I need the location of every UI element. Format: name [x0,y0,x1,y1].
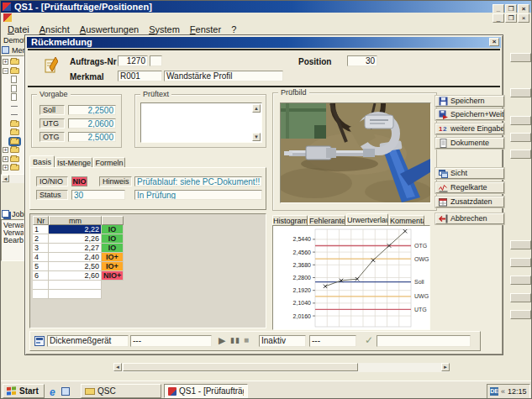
tree-expander-icon[interactable]: + [3,165,8,171]
keyboard-layout-indicator[interactable]: DE [490,387,498,396]
weitere-eingaben-button[interactable]: 12weitere Eingaben [435,123,504,134]
background-button[interactable] [510,240,531,249]
tree-expander-icon[interactable]: + [3,147,8,153]
mdi-hscrollbar[interactable]: ◄ ► [113,363,450,372]
play-icon[interactable]: ▶ [219,335,225,346]
mdi-restore-icon[interactable]: ❒ [505,13,517,23]
tab-urwertverlauf[interactable]: Urwertverlauf [346,213,388,225]
tab-formeln[interactable]: Formeln [93,157,125,167]
tree-node[interactable]: + [2,164,24,172]
status-code-field[interactable]: 30 [71,190,125,200]
scroll-left-icon[interactable]: ◄ [2,175,9,182]
tree-node[interactable] [2,76,24,84]
scroll-down-icon[interactable]: ▼ [252,133,261,141]
job-list-item[interactable]: Bearbeit [3,237,24,244]
dokumente-button[interactable]: Dokumente [435,138,504,149]
background-button[interactable] [510,293,531,302]
jobs-list[interactable]: VerwalteVerwalteBearbeit [1,219,24,261]
tree-node[interactable] [2,120,24,129]
scroll-thumb[interactable] [123,363,358,371]
menu-item-system[interactable]: System [144,24,185,35]
jobs-panel-header[interactable]: Joblis [1,209,24,219]
menu-item-fenster[interactable]: Fenster [185,24,226,35]
mdi-minimize-icon[interactable]: _ [492,13,504,23]
task-button[interactable]: QS1 - [Prüfaufträge/P... [164,384,248,398]
position-field[interactable]: 30 [347,55,377,66]
job-list-item[interactable]: Verwalte [3,229,24,237]
tree-node[interactable] [2,102,24,111]
tree-node[interactable]: + [2,146,24,155]
start-button[interactable]: Start [3,384,45,398]
tree-expander-icon[interactable]: + [3,59,8,65]
mdi-child-icon[interactable] [3,13,12,22]
window-titlebar[interactable]: QS1 - [Prüfaufträge/Positionen] _❒× [1,1,531,13]
job-list-item[interactable]: Verwalte [3,222,24,229]
stop-icon[interactable]: ■ [244,335,249,344]
dialog-close-icon[interactable]: × [489,38,499,46]
hinweis-field[interactable]: Prüfablauf: siehe PC-Dokument!! [134,176,262,186]
tree-expander-icon[interactable]: − [3,68,8,74]
background-button[interactable] [510,116,531,125]
tab-fehleranteil[interactable]: Fehleranteil [308,215,345,225]
measure-value-cell[interactable] [49,281,102,290]
speichern-weiter-button[interactable]: Speichern+Weiter [435,109,504,120]
regelkarte-button[interactable]: Regelkarte [435,182,504,193]
merkmal-code-field[interactable]: R001 [118,71,162,81]
close-icon[interactable]: × [518,4,529,13]
scroll-up-icon[interactable]: ▲ [252,104,261,113]
company-toolbar[interactable]: Demof [1,35,24,45]
minimize-icon[interactable]: _ [492,4,504,13]
tree-node[interactable] [2,138,24,146]
tree-node[interactable] [2,129,24,137]
pause-icon[interactable]: ▮▮ [230,336,240,344]
measure-value-cell[interactable]: 2,50 [49,262,102,271]
menu-item-datei[interactable]: Datei [3,24,34,35]
tab-istmenge[interactable]: Ist-Menge [55,157,92,167]
tree-hscrollbar[interactable]: ◄ [1,175,24,183]
measure-value-cell[interactable]: 2,60 [49,271,102,281]
menu-item-auswertungen[interactable]: Auswertungen [75,24,144,35]
restore-icon[interactable]: ❒ [505,4,517,13]
background-button[interactable] [510,150,531,159]
background-button[interactable] [510,258,531,267]
status-text-field[interactable]: In Prüfung [134,190,262,200]
menu-item-ansicht[interactable]: Ansicht [34,24,75,35]
prueftext-textarea[interactable]: ▲ ▼ [140,102,262,143]
tree-node[interactable]: − [2,67,24,76]
tree-node[interactable] [2,85,24,93]
task-button[interactable]: QSC [81,384,161,398]
auftrag-sub-field[interactable] [150,55,162,66]
tree-node[interactable]: + [2,58,24,66]
mdi-close-icon[interactable]: × [518,13,529,23]
background-button[interactable] [510,276,531,285]
tree-node[interactable]: + [2,155,24,164]
background-button[interactable] [510,53,531,62]
sicht-button[interactable]: Sicht [435,168,504,179]
zusatzdaten-button[interactable]: Zusatzdaten [435,197,504,207]
merkmal-text-field[interactable]: Wandstärke Profil [164,71,283,81]
tree-expander-icon[interactable]: + [3,156,8,162]
quicklaunch-icon[interactable] [61,387,70,396]
tab-histogramm[interactable]: Histogramm [272,215,308,225]
background-button[interactable] [510,133,531,142]
measure-value-cell[interactable]: 2,40 [49,253,102,262]
scroll-left-icon[interactable]: ◄ [113,363,122,371]
menu-panel-header[interactable]: Meni [1,45,24,55]
tab-kommentar[interactable]: Kommentar [389,215,424,225]
dialog-titlebar[interactable]: Rückmeldung × [27,37,501,48]
menu-item-[interactable]: ? [226,24,241,35]
speichern-button[interactable]: Speichern [435,96,504,107]
abbrechen-button[interactable]: Abbrechen [435,213,504,224]
background-button[interactable] [510,88,531,97]
measure-value-cell[interactable]: 2,22 [49,225,102,234]
tree-node[interactable] [2,93,24,102]
background-button[interactable] [510,310,531,319]
measure-value-cell[interactable] [49,290,102,299]
measure-value-cell[interactable]: 2,27 [49,244,102,253]
browser-icon[interactable]: e [50,386,55,398]
tray-chevron-icon[interactable]: « [501,387,505,396]
measure-value-cell[interactable]: 2,26 [49,234,102,244]
auftrag-field[interactable]: 1270 [118,55,148,66]
nav-tree[interactable]: +−+++ [1,55,24,175]
tree-node[interactable] [2,111,24,119]
